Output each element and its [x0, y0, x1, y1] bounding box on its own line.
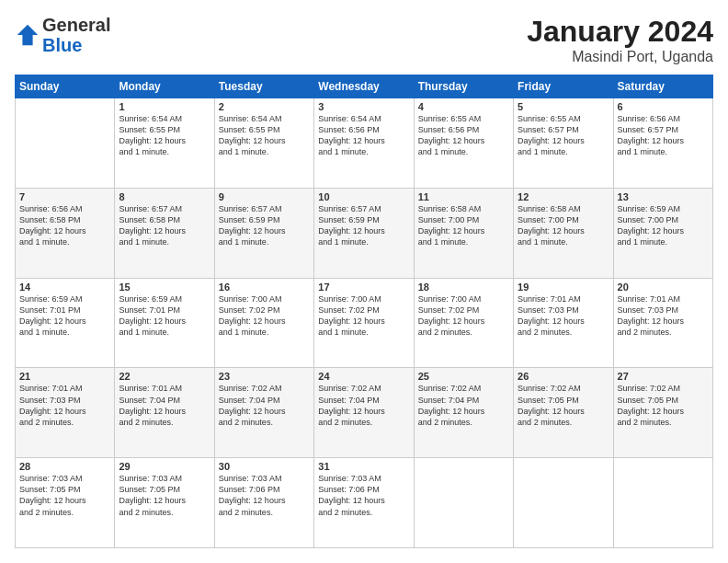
day-number: 8 — [119, 191, 210, 202]
table-row: 5Sunrise: 6:55 AM Sunset: 6:57 PM Daylig… — [514, 98, 613, 189]
table-row: 10Sunrise: 6:57 AM Sunset: 6:59 PM Dayli… — [314, 188, 414, 278]
calendar-week-row: 28Sunrise: 7:03 AM Sunset: 7:05 PM Dayli… — [16, 458, 713, 548]
day-number: 4 — [418, 101, 509, 112]
day-info: Sunrise: 6:55 AM Sunset: 6:57 PM Dayligh… — [518, 113, 609, 158]
day-info: Sunrise: 7:02 AM Sunset: 7:05 PM Dayligh… — [618, 383, 709, 428]
day-number: 13 — [618, 191, 709, 202]
day-info: Sunrise: 7:01 AM Sunset: 7:03 PM Dayligh… — [518, 293, 609, 339]
table-row: 25Sunrise: 7:02 AM Sunset: 7:04 PM Dayli… — [414, 368, 513, 458]
table-row — [514, 458, 613, 548]
day-number: 22 — [119, 371, 210, 382]
day-info: Sunrise: 6:59 AM Sunset: 7:01 PM Dayligh… — [19, 293, 110, 339]
table-row: 28Sunrise: 7:03 AM Sunset: 7:05 PM Dayli… — [16, 458, 115, 548]
day-info: Sunrise: 6:54 AM Sunset: 6:56 PM Dayligh… — [318, 113, 409, 158]
logo-text: General Blue — [42, 15, 110, 55]
day-info: Sunrise: 6:59 AM Sunset: 7:01 PM Dayligh… — [119, 293, 210, 339]
day-number: 30 — [219, 461, 310, 472]
day-number: 29 — [119, 461, 210, 472]
day-info: Sunrise: 6:59 AM Sunset: 7:00 PM Dayligh… — [618, 203, 709, 248]
table-row: 26Sunrise: 7:02 AM Sunset: 7:05 PM Dayli… — [514, 368, 613, 458]
day-number: 10 — [318, 191, 409, 202]
table-row: 23Sunrise: 7:02 AM Sunset: 7:04 PM Dayli… — [214, 368, 313, 458]
day-number: 3 — [318, 101, 409, 112]
day-info: Sunrise: 7:02 AM Sunset: 7:04 PM Dayligh… — [318, 383, 409, 428]
table-row: 11Sunrise: 6:58 AM Sunset: 7:00 PM Dayli… — [414, 188, 513, 278]
day-info: Sunrise: 6:55 AM Sunset: 6:56 PM Dayligh… — [418, 113, 509, 158]
day-info: Sunrise: 7:03 AM Sunset: 7:06 PM Dayligh… — [219, 473, 310, 518]
calendar-week-row: 1Sunrise: 6:54 AM Sunset: 6:55 PM Daylig… — [16, 98, 713, 189]
table-row: 13Sunrise: 6:59 AM Sunset: 7:00 PM Dayli… — [613, 188, 712, 278]
day-info: Sunrise: 7:02 AM Sunset: 7:04 PM Dayligh… — [219, 383, 310, 428]
day-number: 21 — [19, 371, 110, 382]
day-info: Sunrise: 6:56 AM Sunset: 6:57 PM Dayligh… — [618, 113, 709, 158]
header: General Blue January 2024 Masindi Port, … — [15, 15, 713, 65]
day-number: 16 — [219, 282, 310, 293]
col-saturday: Saturday — [613, 75, 712, 98]
day-number: 26 — [518, 371, 609, 382]
table-row: 2Sunrise: 6:54 AM Sunset: 6:55 PM Daylig… — [214, 98, 313, 189]
day-number: 17 — [318, 282, 409, 293]
day-number: 6 — [618, 101, 709, 112]
table-row: 24Sunrise: 7:02 AM Sunset: 7:04 PM Dayli… — [314, 368, 414, 458]
table-row: 1Sunrise: 6:54 AM Sunset: 6:55 PM Daylig… — [115, 98, 214, 189]
day-number: 31 — [318, 461, 409, 472]
table-row: 6Sunrise: 6:56 AM Sunset: 6:57 PM Daylig… — [613, 98, 712, 189]
col-wednesday: Wednesday — [314, 75, 414, 98]
table-row: 20Sunrise: 7:01 AM Sunset: 7:03 PM Dayli… — [613, 278, 712, 368]
day-number: 27 — [618, 371, 709, 382]
day-number: 23 — [219, 371, 310, 382]
table-row: 9Sunrise: 6:57 AM Sunset: 6:59 PM Daylig… — [214, 188, 313, 278]
col-sunday: Sunday — [16, 75, 115, 98]
table-row: 27Sunrise: 7:02 AM Sunset: 7:05 PM Dayli… — [613, 368, 712, 458]
day-info: Sunrise: 6:56 AM Sunset: 6:58 PM Dayligh… — [19, 203, 110, 248]
day-info: Sunrise: 7:03 AM Sunset: 7:05 PM Dayligh… — [19, 473, 110, 518]
table-row: 4Sunrise: 6:55 AM Sunset: 6:56 PM Daylig… — [414, 98, 513, 189]
day-number: 15 — [119, 282, 210, 293]
table-row: 22Sunrise: 7:01 AM Sunset: 7:04 PM Dayli… — [115, 368, 214, 458]
table-row: 17Sunrise: 7:00 AM Sunset: 7:02 PM Dayli… — [314, 278, 414, 368]
day-number: 1 — [119, 101, 210, 112]
day-number: 18 — [418, 282, 509, 293]
day-number: 19 — [518, 282, 609, 293]
table-row: 31Sunrise: 7:03 AM Sunset: 7:06 PM Dayli… — [314, 458, 414, 548]
day-info: Sunrise: 7:02 AM Sunset: 7:05 PM Dayligh… — [518, 383, 609, 428]
page: General Blue January 2024 Masindi Port, … — [0, 0, 728, 563]
day-number: 28 — [19, 461, 110, 472]
day-info: Sunrise: 7:00 AM Sunset: 7:02 PM Dayligh… — [418, 293, 509, 339]
table-row: 18Sunrise: 7:00 AM Sunset: 7:02 PM Dayli… — [414, 278, 513, 368]
day-info: Sunrise: 6:57 AM Sunset: 6:59 PM Dayligh… — [318, 203, 409, 248]
title-block: January 2024 Masindi Port, Uganda — [527, 15, 713, 65]
day-info: Sunrise: 7:01 AM Sunset: 7:03 PM Dayligh… — [19, 383, 110, 428]
day-number: 9 — [219, 191, 310, 202]
table-row: 16Sunrise: 7:00 AM Sunset: 7:02 PM Dayli… — [214, 278, 313, 368]
calendar-table: Sunday Monday Tuesday Wednesday Thursday… — [15, 75, 713, 548]
day-number: 20 — [618, 282, 709, 293]
table-row — [414, 458, 513, 548]
day-info: Sunrise: 7:00 AM Sunset: 7:02 PM Dayligh… — [219, 293, 310, 339]
col-thursday: Thursday — [414, 75, 513, 98]
table-row: 30Sunrise: 7:03 AM Sunset: 7:06 PM Dayli… — [214, 458, 313, 548]
day-info: Sunrise: 6:58 AM Sunset: 7:00 PM Dayligh… — [418, 203, 509, 248]
col-monday: Monday — [115, 75, 214, 98]
col-tuesday: Tuesday — [214, 75, 313, 98]
day-info: Sunrise: 7:01 AM Sunset: 7:03 PM Dayligh… — [618, 293, 709, 339]
day-info: Sunrise: 7:03 AM Sunset: 7:06 PM Dayligh… — [318, 473, 409, 518]
day-info: Sunrise: 6:58 AM Sunset: 7:00 PM Dayligh… — [518, 203, 609, 248]
day-number: 11 — [418, 191, 509, 202]
day-info: Sunrise: 7:02 AM Sunset: 7:04 PM Dayligh… — [418, 383, 509, 428]
day-number: 2 — [219, 101, 310, 112]
day-info: Sunrise: 7:01 AM Sunset: 7:04 PM Dayligh… — [119, 383, 210, 428]
table-row — [613, 458, 712, 548]
table-row: 7Sunrise: 6:56 AM Sunset: 6:58 PM Daylig… — [16, 188, 115, 278]
table-row: 12Sunrise: 6:58 AM Sunset: 7:00 PM Dayli… — [514, 188, 613, 278]
day-number: 25 — [418, 371, 509, 382]
table-row: 3Sunrise: 6:54 AM Sunset: 6:56 PM Daylig… — [314, 98, 414, 189]
table-row: 21Sunrise: 7:01 AM Sunset: 7:03 PM Dayli… — [16, 368, 115, 458]
calendar-week-row: 7Sunrise: 6:56 AM Sunset: 6:58 PM Daylig… — [16, 188, 713, 278]
col-friday: Friday — [514, 75, 613, 98]
calendar-subtitle: Masindi Port, Uganda — [527, 49, 713, 65]
day-number: 12 — [518, 191, 609, 202]
day-number: 5 — [518, 101, 609, 112]
day-number: 14 — [19, 282, 110, 293]
svg-marker-0 — [17, 25, 38, 45]
